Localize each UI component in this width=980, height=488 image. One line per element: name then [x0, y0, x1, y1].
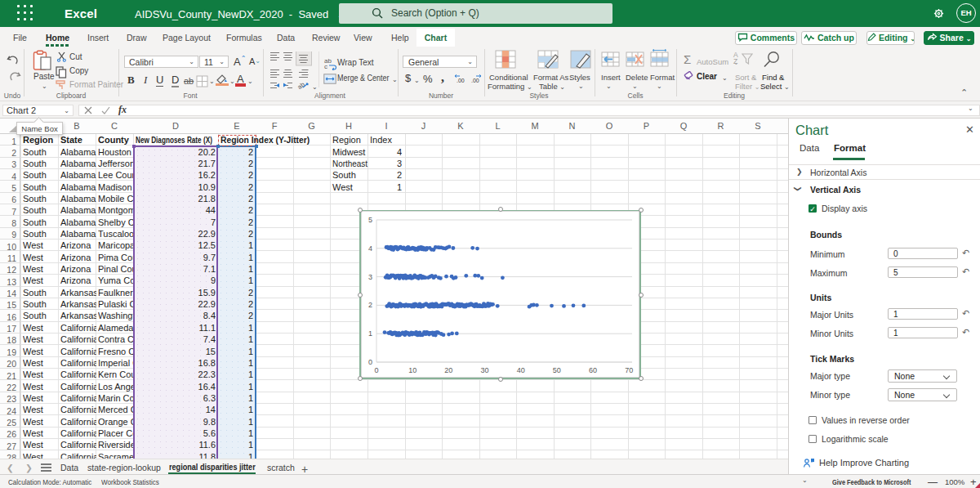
- svg-text:2: 2: [368, 301, 372, 309]
- svg-text:40: 40: [517, 366, 525, 374]
- svg-text:.00: .00: [471, 78, 479, 83]
- svg-text:50: 50: [553, 366, 561, 374]
- svg-text:4: 4: [368, 244, 372, 253]
- svg-text:0: 0: [368, 358, 372, 366]
- svg-text:.00: .00: [457, 78, 465, 83]
- svg-text:3: 3: [368, 273, 372, 281]
- svg-text:1: 1: [368, 329, 372, 338]
- svg-text:30: 30: [480, 366, 488, 374]
- svg-text:ab: ab: [296, 80, 306, 89]
- svg-text:10: 10: [408, 366, 416, 374]
- svg-text:20: 20: [444, 366, 452, 374]
- svg-text:60: 60: [589, 366, 597, 374]
- svg-text:5: 5: [368, 216, 372, 224]
- svg-text:70: 70: [625, 366, 633, 374]
- svg-text:0: 0: [374, 366, 378, 374]
